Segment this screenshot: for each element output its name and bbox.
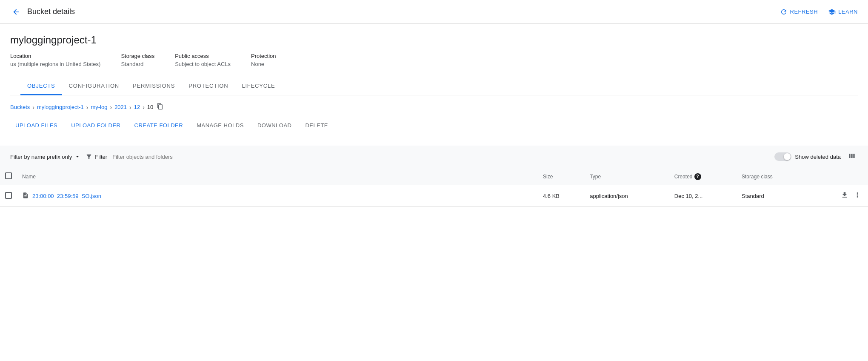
bucket-name: myloggingproject-1 bbox=[10, 34, 858, 46]
row-storage-class: Standard bbox=[737, 185, 808, 207]
location-label: Location bbox=[10, 53, 100, 59]
th-checkbox bbox=[0, 168, 17, 185]
breadcrumb-sep-2: › bbox=[86, 104, 89, 111]
tab-lifecycle[interactable]: LIFECYCLE bbox=[235, 77, 282, 95]
refresh-button[interactable]: REFRESH bbox=[780, 8, 818, 16]
filter-label: Filter bbox=[95, 154, 107, 160]
row-actions-cell bbox=[808, 185, 868, 207]
tab-permissions[interactable]: PERMISSIONS bbox=[126, 77, 182, 95]
storage-class-value: Standard bbox=[121, 61, 154, 67]
th-size: Size bbox=[538, 168, 585, 185]
header: Bucket details REFRESH LEARN bbox=[0, 0, 868, 24]
meta-storage-class: Storage class Standard bbox=[121, 53, 154, 67]
row-type: application/json bbox=[585, 185, 669, 207]
table-header-row: Name Size Type Created ? Storage class bbox=[0, 168, 868, 185]
breadcrumb-buckets[interactable]: Buckets bbox=[10, 104, 30, 110]
back-button[interactable] bbox=[10, 6, 22, 18]
th-created: Created ? bbox=[669, 168, 737, 185]
meta-location: Location us (multiple regions in United … bbox=[10, 53, 100, 67]
page-title: Bucket details bbox=[27, 7, 75, 16]
row-name-cell: 23:00:00_23:59:59_SO.json bbox=[17, 185, 538, 207]
file-icon bbox=[22, 192, 29, 200]
th-storage-class: Storage class bbox=[737, 168, 808, 185]
filter-input[interactable] bbox=[112, 154, 769, 160]
row-checkbox-cell bbox=[0, 185, 17, 207]
breadcrumb-sep-1: › bbox=[32, 104, 34, 111]
learn-button[interactable]: LEARN bbox=[828, 8, 858, 16]
breadcrumb-project[interactable]: myloggingproject-1 bbox=[37, 104, 84, 110]
content: Buckets › myloggingproject-1 › my-log › … bbox=[0, 95, 868, 146]
created-help-icon[interactable]: ? bbox=[694, 173, 701, 180]
protection-value: None bbox=[251, 61, 276, 67]
header-actions: REFRESH LEARN bbox=[780, 8, 858, 16]
refresh-label: REFRESH bbox=[790, 9, 818, 15]
columns-button[interactable] bbox=[846, 150, 858, 163]
filter-prefix-button[interactable]: Filter by name prefix only bbox=[10, 154, 80, 160]
th-actions bbox=[808, 168, 868, 185]
row-size: 4.6 KB bbox=[538, 185, 585, 207]
filter-button[interactable]: Filter bbox=[86, 153, 107, 160]
show-deleted-toggle[interactable] bbox=[774, 152, 791, 161]
select-all-checkbox[interactable] bbox=[5, 172, 12, 179]
download-button[interactable]: DOWNLOAD bbox=[252, 119, 297, 132]
objects-table: Name Size Type Created ? Storage class bbox=[0, 168, 868, 207]
filter-right: Show deleted data bbox=[774, 150, 858, 163]
breadcrumb-sep-5: › bbox=[143, 104, 145, 111]
breadcrumb-mylog[interactable]: my-log bbox=[91, 104, 107, 110]
location-value: us (multiple regions in United States) bbox=[10, 61, 100, 67]
filter-bar: Filter by name prefix only Filter Show d… bbox=[0, 146, 868, 168]
breadcrumb-2021[interactable]: 2021 bbox=[114, 104, 127, 110]
row-created: Dec 10, 2... bbox=[669, 185, 737, 207]
bucket-info: myloggingproject-1 Location us (multiple… bbox=[0, 24, 868, 95]
manage-holds-button[interactable]: MANAGE HOLDS bbox=[191, 119, 249, 132]
copy-path-button[interactable] bbox=[156, 102, 164, 112]
tab-protection[interactable]: PROTECTION bbox=[182, 77, 235, 95]
learn-label: LEARN bbox=[838, 9, 858, 15]
action-buttons: UPLOAD FILES UPLOAD FOLDER CREATE FOLDER… bbox=[10, 119, 858, 132]
public-access-value: Subject to object ACLs bbox=[175, 61, 231, 67]
show-deleted-toggle-container: Show deleted data bbox=[774, 152, 841, 161]
storage-class-label: Storage class bbox=[121, 53, 154, 59]
delete-button[interactable]: DELETE bbox=[300, 119, 333, 132]
public-access-label: Public access bbox=[175, 53, 231, 59]
protection-label: Protection bbox=[251, 53, 276, 59]
row-checkbox[interactable] bbox=[5, 192, 12, 199]
breadcrumb-sep-3: › bbox=[110, 104, 112, 111]
create-folder-button[interactable]: CREATE FOLDER bbox=[129, 119, 188, 132]
tab-configuration[interactable]: CONFIGURATION bbox=[62, 77, 126, 95]
th-type: Type bbox=[585, 168, 669, 185]
row-name[interactable]: 23:00:00_23:59:59_SO.json bbox=[32, 193, 101, 199]
meta-public-access: Public access Subject to object ACLs bbox=[175, 53, 231, 67]
th-name: Name bbox=[17, 168, 538, 185]
row-download-button[interactable] bbox=[839, 189, 850, 202]
breadcrumb-12[interactable]: 12 bbox=[134, 104, 140, 110]
table-row: 23:00:00_23:59:59_SO.json 4.6 KB applica… bbox=[0, 185, 868, 207]
row-more-button[interactable] bbox=[852, 189, 863, 202]
breadcrumb-10: 10 bbox=[147, 104, 153, 110]
breadcrumb-sep-4: › bbox=[129, 104, 131, 111]
toggle-knob bbox=[784, 153, 791, 160]
show-deleted-label: Show deleted data bbox=[795, 154, 841, 160]
tab-objects[interactable]: OBJECTS bbox=[20, 77, 62, 95]
meta-protection: Protection None bbox=[251, 53, 276, 67]
tabs: OBJECTS CONFIGURATION PERMISSIONS PROTEC… bbox=[10, 77, 858, 95]
upload-folder-button[interactable]: UPLOAD FOLDER bbox=[66, 119, 126, 132]
breadcrumb: Buckets › myloggingproject-1 › my-log › … bbox=[10, 102, 858, 112]
filter-prefix-label: Filter by name prefix only bbox=[10, 154, 72, 160]
bucket-meta: Location us (multiple regions in United … bbox=[10, 53, 858, 67]
upload-files-button[interactable]: UPLOAD FILES bbox=[10, 119, 63, 132]
header-left: Bucket details bbox=[10, 6, 75, 18]
